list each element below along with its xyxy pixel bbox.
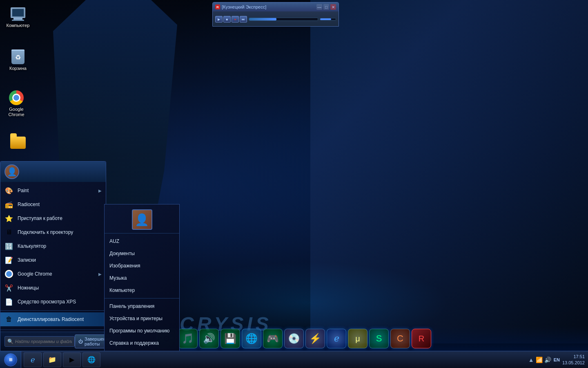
start-menu-avatar: 👤 bbox=[4, 164, 19, 179]
dock-icon-8[interactable]: ⚡ bbox=[305, 329, 325, 348]
calc-icon: 🔢 bbox=[4, 242, 13, 251]
media-stop-btn[interactable]: ■ bbox=[223, 16, 231, 22]
recycle-icon: ♻ bbox=[10, 49, 26, 65]
sm-item-start-work[interactable]: ⭐ Приступая к работе bbox=[0, 211, 106, 225]
dock-icon-4[interactable]: 💾 bbox=[220, 329, 240, 348]
taskbar: ⊞ ℯ 📁 ▶ 🌐 ▲ 📶 🔊 EN bbox=[0, 351, 588, 368]
start-menu-header: 👤 bbox=[0, 162, 106, 182]
media-progress-fill bbox=[249, 18, 276, 20]
tray-language[interactable]: EN bbox=[554, 357, 560, 362]
media-maximize-btn[interactable]: □ bbox=[323, 4, 329, 10]
media-player-window: R [Кузнецкий Экспресс] — □ ✕ ▶ ■ ● ⏭ bbox=[212, 2, 339, 27]
start-menu-bottom: 🔍 ⏻ Завершение работы ▶ bbox=[0, 332, 106, 351]
media-play-btn[interactable]: ▶ bbox=[215, 16, 223, 22]
rp-item-default-programs[interactable]: Программы по умолчанию bbox=[105, 325, 179, 337]
chrome-icon bbox=[8, 90, 24, 106]
desktop-icon-recycle[interactable]: ♻ Корзина bbox=[3, 47, 33, 73]
dock-icon-s[interactable]: S bbox=[369, 329, 389, 348]
chrome-sm-icon bbox=[4, 269, 13, 278]
sm-bottom-sep bbox=[0, 330, 106, 330]
desktop-icon-computer[interactable]: Компьютер bbox=[3, 4, 33, 30]
media-extra-btn[interactable]: ⏭ bbox=[240, 16, 247, 22]
xps-icon: 📄 bbox=[4, 297, 13, 306]
media-player-window-controls[interactable]: — □ ✕ bbox=[316, 4, 336, 10]
dock-icon-5[interactable]: 🌐 bbox=[242, 329, 261, 348]
rp-item-help[interactable]: Справка и поддержка bbox=[105, 337, 179, 349]
search-box[interactable]: 🔍 bbox=[4, 336, 75, 347]
tray-volume-icon[interactable]: 🔊 bbox=[544, 357, 551, 363]
start-work-icon: ⭐ bbox=[4, 214, 13, 223]
dock-icon-c[interactable]: C bbox=[390, 329, 410, 348]
folder-icon bbox=[10, 135, 26, 151]
dock-icon-3[interactable]: 🔊 bbox=[199, 329, 219, 348]
media-progress-bar[interactable] bbox=[249, 18, 318, 21]
taskbar-items: ℯ 📁 ▶ 🌐 bbox=[21, 351, 525, 368]
taskbar-explorer-btn[interactable]: 📁 bbox=[43, 352, 61, 367]
sm-item-scissors[interactable]: ✂️ Ножницы bbox=[0, 281, 106, 295]
dock-icon-7[interactable]: 💿 bbox=[284, 329, 304, 348]
media-record-btn[interactable]: ● bbox=[232, 16, 239, 22]
media-player-logo: R bbox=[215, 4, 220, 9]
search-icon: 🔍 bbox=[7, 339, 13, 344]
start-orb: ⊞ bbox=[4, 353, 17, 366]
rp-item-control-panel[interactable]: Панель управления bbox=[105, 300, 179, 312]
sm-item-projector[interactable]: 🖥 Подключить к проектору bbox=[0, 225, 106, 239]
media-player-titlebar: R [Кузнецкий Экспресс] — □ ✕ bbox=[213, 2, 339, 11]
media-player-title: R [Кузнецкий Экспресс] bbox=[215, 4, 266, 9]
media-icon: ▶ bbox=[67, 355, 76, 364]
sm-item-paint[interactable]: 🎨 Paint ▶ bbox=[0, 184, 106, 197]
radiocent-icon: 📻 bbox=[4, 200, 13, 209]
media-player-body: ▶ ■ ● ⏭ bbox=[213, 11, 339, 27]
taskbar-app-btn[interactable]: 🌐 bbox=[82, 352, 100, 367]
media-volume-bar[interactable] bbox=[320, 18, 336, 20]
sm-item-uninstall[interactable]: 🗑 Деинсталлировать Radiocent bbox=[0, 312, 106, 326]
shutdown-icon: ⏻ bbox=[78, 339, 83, 344]
uninstall-icon: 🗑 bbox=[4, 315, 13, 324]
media-close-btn[interactable]: ✕ bbox=[330, 4, 336, 10]
tray-network-icon[interactable]: 📶 bbox=[536, 357, 543, 363]
explorer-icon: 📁 bbox=[48, 355, 57, 364]
taskbar-ie-btn[interactable]: ℯ bbox=[24, 352, 42, 367]
projector-icon: 🖥 bbox=[4, 228, 13, 237]
rp-item-music[interactable]: Музыка bbox=[105, 272, 179, 284]
sm-item-xps[interactable]: 📄 Средство просмотра XPS bbox=[0, 295, 106, 309]
user-avatar: 👤 bbox=[132, 209, 152, 230]
desktop-icon-folder[interactable] bbox=[3, 133, 33, 153]
computer-icon-label: Компьютер bbox=[5, 23, 31, 28]
tray-icons: ▲ 📶 🔊 bbox=[528, 357, 551, 363]
rp-item-devices[interactable]: Устройства и принтеры bbox=[105, 312, 179, 325]
chrome-arrow: ▶ bbox=[98, 272, 102, 276]
rp-item-images[interactable]: Изображения bbox=[105, 260, 179, 272]
dock-icon-2[interactable]: 🎵 bbox=[178, 329, 198, 348]
tray-datetime: 17:51 13.05.2012 bbox=[562, 354, 585, 366]
tray-arrow-icon[interactable]: ▲ bbox=[528, 357, 534, 363]
recycle-icon-label: Корзина bbox=[5, 66, 31, 71]
sm-item-radiocent[interactable]: 📻 Radiocent bbox=[0, 197, 106, 211]
rp-item-auz[interactable]: AUZ bbox=[105, 235, 179, 247]
paint-arrow: ▶ bbox=[98, 188, 102, 193]
desktop-icon-chrome[interactable]: Google Chrome bbox=[2, 88, 31, 119]
media-volume-fill bbox=[320, 18, 331, 20]
rp-item-docs[interactable]: Документы bbox=[105, 247, 179, 260]
right-panel: 👤 AUZ Документы Изображения Музыка Компь… bbox=[104, 204, 180, 351]
search-input[interactable] bbox=[15, 339, 72, 344]
media-minimize-btn[interactable]: — bbox=[316, 4, 322, 10]
sm-separator bbox=[0, 310, 106, 311]
media-playback-controls[interactable]: ▶ ■ ● ⏭ bbox=[215, 16, 247, 22]
start-button[interactable]: ⊞ bbox=[0, 351, 21, 368]
notes-icon: 📝 bbox=[4, 256, 13, 265]
dock-icon-ie[interactable]: ℯ bbox=[327, 329, 346, 348]
ie-icon: ℯ bbox=[28, 355, 37, 364]
dock-icon-6[interactable]: 🎮 bbox=[263, 329, 283, 348]
sm-item-calc[interactable]: 🔢 Калькулятор bbox=[0, 239, 106, 253]
sm-item-notes[interactable]: 📝 Записки bbox=[0, 253, 106, 267]
system-tray: ▲ 📶 🔊 EN 17:51 13.05.2012 bbox=[525, 354, 588, 366]
paint-icon: 🎨 bbox=[4, 186, 13, 195]
chrome-icon-label: Google Chrome bbox=[3, 107, 29, 117]
dock-icon-r[interactable]: R bbox=[412, 329, 431, 348]
sm-item-chrome[interactable]: Google Chrome ▶ bbox=[0, 267, 106, 281]
dock-icon-mu[interactable]: μ bbox=[348, 329, 368, 348]
taskbar-media-btn[interactable]: ▶ bbox=[63, 352, 81, 367]
start-menu: 👤 🎨 Paint ▶ 📻 Radiocent ⭐ Приступая к ра… bbox=[0, 161, 106, 351]
rp-item-computer[interactable]: Компьютер bbox=[105, 284, 179, 296]
